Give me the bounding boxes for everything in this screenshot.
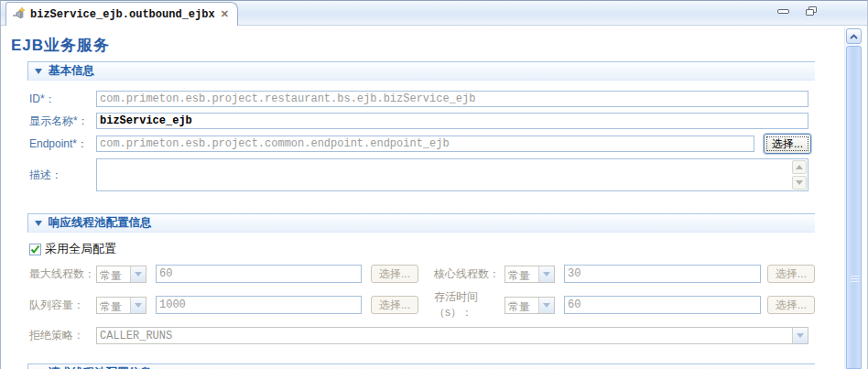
keep-alive-input[interactable]: [564, 296, 761, 314]
use-global-checkbox[interactable]: [29, 244, 41, 255]
section-header-response-pool[interactable]: 响应线程池配置信息: [27, 213, 815, 233]
pool-row-2: 队列容量： 常量 选择... 存活时间（s）： 常量 选择...: [29, 289, 842, 320]
collapse-triangle-icon: [35, 221, 42, 226]
field-row-display-name: 显示名称*：: [29, 113, 842, 129]
max-threads-label: 最大线程数：: [29, 266, 96, 282]
pool-row-1: 最大线程数： 常量 选择... 核心线程数： 常量 选择...: [29, 265, 842, 283]
scrollbar-up-button[interactable]: [846, 28, 862, 44]
description-label: 描述：: [29, 168, 96, 183]
core-threads-select-button: 选择...: [767, 265, 815, 283]
chevron-down-icon: [538, 266, 554, 282]
max-threads-type-select[interactable]: 常量: [96, 266, 146, 283]
core-threads-input[interactable]: [564, 265, 761, 283]
endpoint-label: Endpoint*：: [29, 136, 96, 152]
tab-close-icon[interactable]: ✕: [220, 8, 230, 20]
scroll-up-icon[interactable]: [792, 160, 807, 174]
collapse-triangle-icon: [35, 69, 42, 74]
service-plug-icon: [12, 6, 26, 23]
checkmark-icon: [30, 244, 40, 255]
view-controls: [777, 6, 817, 16]
minimize-icon[interactable]: [777, 9, 789, 14]
use-global-label: 采用全局配置: [45, 241, 116, 257]
chevron-up-icon: [850, 34, 858, 39]
reject-policy-label: 拒绝策略：: [29, 328, 96, 343]
section-title-request-pool: 请求线程池配置信息: [49, 365, 152, 369]
tab-title: bizService_ejb.outbound_ejbx: [30, 8, 215, 21]
section-title-basic: 基本信息: [49, 63, 94, 79]
display-name-input[interactable]: [96, 113, 808, 129]
maximize-restore-icon[interactable]: [806, 6, 817, 16]
field-row-description: 描述：: [29, 158, 842, 191]
chevron-down-icon: [130, 266, 146, 282]
tab-bizservice-ejb[interactable]: bizService_ejb.outbound_ejbx ✕: [5, 2, 238, 26]
chevron-down-icon: [792, 328, 808, 343]
scrollbar-thumb[interactable]: [846, 46, 862, 369]
endpoint-input[interactable]: [96, 136, 754, 152]
max-threads-select-button: 选择...: [371, 265, 418, 283]
queue-capacity-type-select[interactable]: 常量: [96, 297, 146, 314]
queue-capacity-label: 队列容量：: [29, 298, 96, 313]
id-input[interactable]: [96, 91, 808, 107]
editor-content: EJB业务服务 基本信息 ID*： 显示名称*： Endpoint*： 选择..…: [2, 27, 842, 369]
description-textarea[interactable]: [97, 159, 808, 190]
keep-alive-select-button: 选择...: [767, 296, 815, 314]
keep-alive-label: 存活时间（s）：: [434, 289, 505, 320]
reject-policy-select[interactable]: CALLER_RUNS: [96, 327, 808, 344]
queue-capacity-select-button: 选择...: [371, 296, 418, 314]
endpoint-select-button[interactable]: 选择...: [764, 134, 811, 154]
queue-capacity-input[interactable]: [156, 296, 362, 314]
description-box: [96, 158, 808, 191]
section-header-basic[interactable]: 基本信息: [27, 61, 815, 81]
editor-tab-bar: bizService_ejb.outbound_ejbx ✕: [1, 1, 867, 26]
chevron-down-icon: [130, 298, 146, 313]
display-name-label: 显示名称*：: [29, 114, 96, 129]
field-row-id: ID*：: [29, 91, 842, 107]
editor-window: bizService_ejb.outbound_ejbx ✕ EJB业务服务 基…: [0, 0, 868, 369]
keep-alive-type-select[interactable]: 常量: [505, 297, 555, 314]
id-label: ID*：: [29, 92, 96, 107]
scrollbar-grip: [851, 276, 859, 284]
core-threads-label: 核心线程数：: [434, 266, 505, 282]
vertical-scrollbar[interactable]: [844, 27, 862, 369]
page-title: EJB业务服务: [11, 35, 842, 56]
global-config-row: 采用全局配置: [29, 241, 842, 257]
chevron-down-icon: [538, 298, 554, 313]
reject-policy-row: 拒绝策略： CALLER_RUNS: [29, 327, 842, 344]
field-row-endpoint: Endpoint*： 选择...: [29, 134, 842, 154]
section-title-response-pool: 响应线程池配置信息: [49, 215, 152, 231]
section-header-request-pool[interactable]: 请求线程池配置信息: [27, 364, 815, 369]
max-threads-input[interactable]: [156, 265, 362, 283]
scroll-down-icon[interactable]: [792, 176, 807, 190]
core-threads-type-select[interactable]: 常量: [505, 266, 555, 283]
